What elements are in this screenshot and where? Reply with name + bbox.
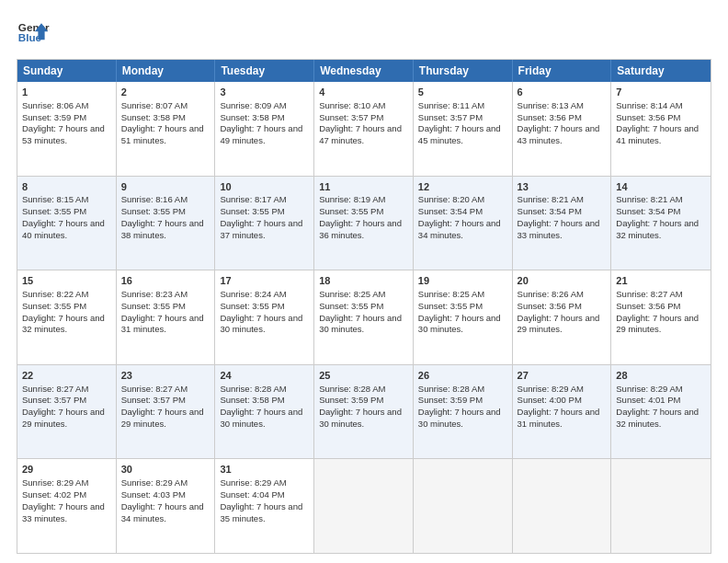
daylight-label: Daylight: 7 hours and 45 minutes.: [418, 123, 501, 145]
sunset-label: Sunset: 4:04 PM: [220, 489, 284, 500]
sunset-label: Sunset: 4:03 PM: [121, 489, 186, 500]
sunrise-label: Sunrise: 8:21 AM: [616, 194, 682, 204]
sunrise-label: Sunrise: 8:20 AM: [418, 194, 484, 204]
sunset-label: Sunset: 3:54 PM: [616, 206, 680, 216]
sunrise-label: Sunrise: 8:24 AM: [220, 289, 286, 299]
calendar-cell: 15Sunrise: 8:22 AMSunset: 3:55 PMDayligh…: [17, 270, 117, 364]
sunrise-label: Sunrise: 8:29 AM: [518, 384, 584, 394]
sunrise-label: Sunrise: 8:25 AM: [418, 289, 484, 299]
header-day-tuesday: Tuesday: [215, 60, 314, 82]
day-number: 5: [418, 86, 507, 99]
calendar-cell: 10Sunrise: 8:17 AMSunset: 3:55 PMDayligh…: [215, 177, 314, 270]
calendar-cell: [611, 459, 711, 553]
calendar-cell: 6Sunrise: 8:13 AMSunset: 3:56 PMDaylight…: [513, 82, 612, 176]
day-number: 30: [121, 463, 210, 477]
day-number: 19: [418, 274, 507, 288]
day-number: 3: [220, 86, 309, 99]
day-number: 9: [121, 180, 210, 194]
sunset-label: Sunset: 3:57 PM: [418, 112, 483, 122]
sunset-label: Sunset: 4:02 PM: [22, 489, 86, 500]
day-number: 13: [518, 180, 607, 194]
daylight-label: Daylight: 7 hours and 51 minutes.: [121, 123, 204, 145]
daylight-label: Daylight: 7 hours and 49 minutes.: [220, 123, 302, 145]
sunset-label: Sunset: 3:55 PM: [121, 206, 186, 216]
calendar-cell: 5Sunrise: 8:11 AMSunset: 3:57 PMDaylight…: [414, 82, 513, 176]
sunrise-label: Sunrise: 8:21 AM: [518, 194, 584, 204]
sunrise-label: Sunrise: 8:27 AM: [121, 384, 188, 394]
calendar-cell: 13Sunrise: 8:21 AMSunset: 3:54 PMDayligh…: [513, 177, 612, 270]
calendar-cell: [414, 459, 513, 553]
daylight-label: Daylight: 7 hours and 29 minutes.: [22, 407, 105, 429]
daylight-label: Daylight: 7 hours and 30 minutes.: [220, 407, 302, 429]
sunset-label: Sunset: 3:56 PM: [518, 112, 582, 122]
sunset-label: Sunset: 3:58 PM: [121, 112, 186, 122]
sunrise-label: Sunrise: 8:27 AM: [22, 384, 88, 394]
calendar-row-1: 1Sunrise: 8:06 AMSunset: 3:59 PMDaylight…: [17, 82, 711, 176]
sunrise-label: Sunrise: 8:25 AM: [319, 289, 385, 299]
calendar-cell: 18Sunrise: 8:25 AMSunset: 3:55 PMDayligh…: [314, 270, 414, 364]
daylight-label: Daylight: 7 hours and 29 minutes.: [616, 313, 699, 335]
daylight-label: Daylight: 7 hours and 33 minutes.: [22, 501, 105, 523]
sunrise-label: Sunrise: 8:13 AM: [518, 100, 584, 110]
day-number: 28: [616, 369, 706, 383]
sunrise-label: Sunrise: 8:14 AM: [616, 100, 682, 110]
calendar-cell: 25Sunrise: 8:28 AMSunset: 3:59 PMDayligh…: [314, 365, 414, 459]
sunrise-label: Sunrise: 8:26 AM: [518, 289, 584, 299]
day-number: 14: [616, 180, 706, 194]
daylight-label: Daylight: 7 hours and 37 minutes.: [220, 218, 302, 240]
sunset-label: Sunset: 3:55 PM: [220, 206, 284, 216]
day-number: 24: [220, 369, 309, 383]
daylight-label: Daylight: 7 hours and 29 minutes.: [121, 407, 204, 429]
sunset-label: Sunset: 3:54 PM: [418, 206, 483, 216]
day-number: 15: [22, 274, 111, 288]
calendar-cell: [513, 459, 612, 553]
calendar-cell: 21Sunrise: 8:27 AMSunset: 3:56 PMDayligh…: [611, 270, 711, 364]
calendar-cell: 9Sunrise: 8:16 AMSunset: 3:55 PMDaylight…: [117, 177, 216, 270]
sunset-label: Sunset: 3:59 PM: [319, 395, 383, 405]
day-number: 2: [121, 86, 210, 99]
day-number: 27: [518, 369, 607, 383]
sunrise-label: Sunrise: 8:10 AM: [319, 100, 385, 110]
daylight-label: Daylight: 7 hours and 43 minutes.: [518, 123, 600, 145]
calendar-row-3: 15Sunrise: 8:22 AMSunset: 3:55 PMDayligh…: [17, 270, 711, 364]
sunrise-label: Sunrise: 8:28 AM: [418, 384, 484, 394]
calendar-row-4: 22Sunrise: 8:27 AMSunset: 3:57 PMDayligh…: [17, 364, 711, 459]
sunrise-label: Sunrise: 8:16 AM: [121, 194, 188, 204]
sunrise-label: Sunrise: 8:29 AM: [121, 477, 188, 488]
daylight-label: Daylight: 7 hours and 31 minutes.: [518, 407, 600, 429]
sunrise-label: Sunrise: 8:11 AM: [418, 100, 484, 110]
header-day-wednesday: Wednesday: [314, 60, 414, 82]
sunset-label: Sunset: 3:55 PM: [319, 206, 383, 216]
day-number: 26: [418, 369, 507, 383]
sunset-label: Sunset: 4:00 PM: [518, 395, 582, 405]
header-day-sunday: Sunday: [17, 60, 117, 82]
sunset-label: Sunset: 3:56 PM: [518, 301, 582, 311]
sunset-label: Sunset: 3:59 PM: [418, 395, 483, 405]
sunset-label: Sunset: 3:55 PM: [418, 301, 483, 311]
daylight-label: Daylight: 7 hours and 35 minutes.: [220, 501, 302, 523]
calendar-cell: 19Sunrise: 8:25 AMSunset: 3:55 PMDayligh…: [414, 270, 513, 364]
calendar-cell: 30Sunrise: 8:29 AMSunset: 4:03 PMDayligh…: [117, 459, 216, 553]
calendar: SundayMondayTuesdayWednesdayThursdayFrid…: [17, 59, 711, 554]
sunrise-label: Sunrise: 8:27 AM: [616, 289, 682, 299]
calendar-row-5: 29Sunrise: 8:29 AMSunset: 4:02 PMDayligh…: [17, 458, 711, 553]
sunset-label: Sunset: 3:57 PM: [121, 395, 186, 405]
day-number: 1: [22, 86, 111, 99]
calendar-cell: 3Sunrise: 8:09 AMSunset: 3:58 PMDaylight…: [215, 82, 314, 176]
sunset-label: Sunset: 3:55 PM: [22, 206, 86, 216]
daylight-label: Daylight: 7 hours and 47 minutes.: [319, 123, 402, 145]
calendar-row-2: 8Sunrise: 8:15 AMSunset: 3:55 PMDaylight…: [17, 176, 711, 270]
day-number: 20: [518, 274, 607, 288]
sunset-label: Sunset: 3:58 PM: [220, 112, 284, 122]
header-day-thursday: Thursday: [414, 60, 513, 82]
day-number: 16: [121, 274, 210, 288]
calendar-cell: [314, 459, 414, 553]
calendar-cell: 2Sunrise: 8:07 AMSunset: 3:58 PMDaylight…: [117, 82, 216, 176]
daylight-label: Daylight: 7 hours and 53 minutes.: [22, 123, 105, 145]
sunrise-label: Sunrise: 8:06 AM: [22, 100, 88, 110]
daylight-label: Daylight: 7 hours and 32 minutes.: [616, 407, 699, 429]
day-number: 10: [220, 180, 309, 194]
calendar-cell: 20Sunrise: 8:26 AMSunset: 3:56 PMDayligh…: [513, 270, 612, 364]
calendar-cell: 29Sunrise: 8:29 AMSunset: 4:02 PMDayligh…: [17, 459, 117, 553]
sunrise-label: Sunrise: 8:29 AM: [616, 384, 682, 394]
